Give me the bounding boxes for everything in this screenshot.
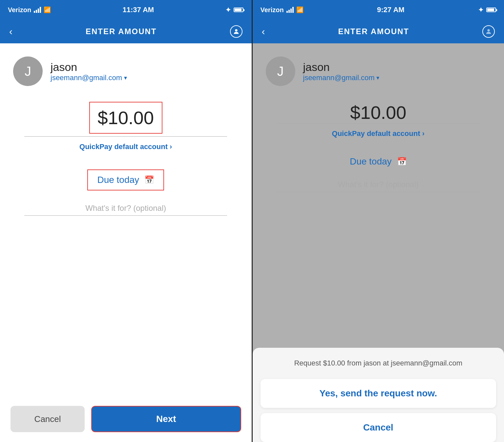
left-status-left: Verizon 📶 [8,6,51,14]
right-email-chevron: ▾ [376,74,379,81]
left-status-bar: Verizon 📶 11:37 AM ✦ [0,0,252,20]
right-quickpay-link[interactable]: QuickPay default account [332,129,425,138]
left-amount-value: $10.00 [98,107,154,128]
right-time: 9:27 AM [377,6,405,14]
left-calendar-icon: 📅 [144,175,154,185]
left-phone-panel: Verizon 📶 11:37 AM ✦ ‹ ENTER AMOUNT [0,0,252,442]
left-recipient-row: J jason jseemann@gmail.com ▾ [13,56,239,86]
left-amount-box[interactable]: $10.00 [89,102,162,134]
svg-point-0 [235,29,237,32]
left-wifi-icon: 📶 [44,6,51,13]
right-recipient-info: jason jseemann@gmail.com ▾ [303,61,380,82]
right-amount-underline [277,123,480,123]
left-battery-icon [234,8,243,12]
left-time: 11:37 AM [122,6,154,14]
left-carrier: Verizon [8,6,31,14]
left-signal-icon [34,7,41,13]
left-recipient-name: jason [51,61,127,74]
right-status-bar: Verizon 📶 9:27 AM ✦ [253,0,504,20]
confirm-cancel-button[interactable]: Cancel [261,413,496,442]
svg-point-1 [487,29,490,32]
left-due-today-box[interactable]: Due today 📅 [87,169,164,190]
right-due-today[interactable]: Due today 📅 [350,156,407,167]
left-amount-section: $10.00 QuickPay default account [13,102,239,164]
right-nav-bar: ‹ ENTER AMOUNT [253,20,504,43]
left-bluetooth-icon: ✦ [225,6,231,14]
left-recipient-email[interactable]: jseemann@gmail.com ▾ [51,74,127,82]
right-back-button[interactable]: ‹ [262,26,265,37]
right-phone-panel: Verizon 📶 9:27 AM ✦ ‹ ENTER AMOUNT [252,0,504,442]
left-status-right: ✦ [225,6,243,14]
right-avatar: J [266,56,295,86]
right-wifi-icon: 📶 [296,6,304,13]
left-recipient-info: jason jseemann@gmail.com ▾ [51,61,127,82]
left-bottom-bar: Cancel Next [0,396,252,442]
right-calendar-icon: 📅 [397,157,407,166]
right-carrier: Verizon [261,6,284,14]
left-nav-title: ENTER AMOUNT [86,27,157,36]
confirm-sheet: Request $10.00 from jason at jseemann@gm… [253,348,504,442]
right-note-placeholder[interactable]: What's it for? (optional) [338,180,419,189]
right-content: J jason jseemann@gmail.com ▾ $10.00 Quic… [253,43,504,442]
right-recipient-name: jason [303,61,380,74]
right-status-right: ✦ [478,6,496,14]
left-due-today-text: Due today [97,175,139,185]
left-note-placeholder[interactable]: What's it for? (optional) [85,204,166,213]
right-note-underline [277,192,480,192]
right-account-icon[interactable] [482,25,495,38]
left-email-chevron: ▾ [124,74,127,81]
left-account-icon[interactable] [230,25,242,38]
left-nav-bar: ‹ ENTER AMOUNT [0,20,252,43]
left-note-underline [24,215,227,216]
left-quickpay-link[interactable]: QuickPay default account [79,143,172,151]
confirm-message: Request $10.00 from jason at jseemann@gm… [261,358,496,368]
left-avatar: J [13,56,43,86]
left-back-button[interactable]: ‹ [9,26,12,37]
right-recipient-row: J jason jseemann@gmail.com ▾ [266,56,491,86]
right-amount-section: $10.00 QuickPay default account [266,102,491,151]
right-amount-value: $10.00 [350,102,406,123]
right-recipient-email[interactable]: jseemann@gmail.com ▾ [303,74,380,82]
right-nav-title: ENTER AMOUNT [338,27,409,36]
left-content: J jason jseemann@gmail.com ▾ $10.00 Quic… [0,43,252,396]
left-note-section: What's it for? (optional) [13,204,239,216]
right-signal-icon [286,7,294,13]
right-status-left: Verizon 📶 [261,6,304,14]
left-amount-underline [24,136,227,137]
left-cancel-button[interactable]: Cancel [10,406,85,432]
right-battery-icon [486,8,496,12]
right-due-today-text: Due today [350,156,392,167]
right-bluetooth-icon: ✦ [478,6,484,14]
right-note-section: What's it for? (optional) [266,180,491,192]
left-next-button[interactable]: Next [91,406,241,432]
confirm-yes-button[interactable]: Yes, send the request now. [261,379,496,408]
